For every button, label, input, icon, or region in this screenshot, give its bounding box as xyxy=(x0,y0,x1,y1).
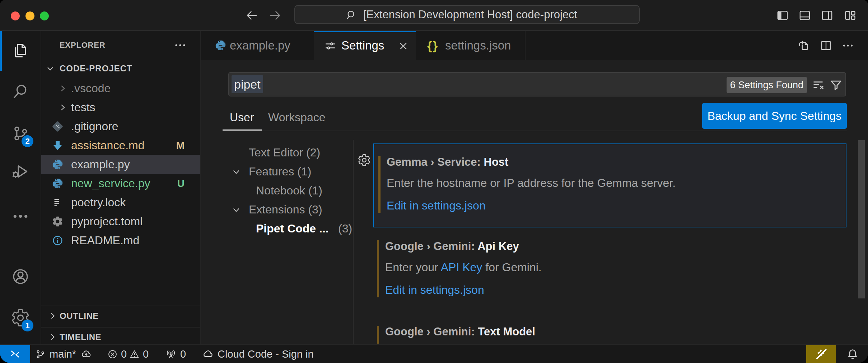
customize-layout-icon[interactable] xyxy=(844,9,857,22)
notifications-bell-icon[interactable] xyxy=(846,348,859,361)
clear-settings-search-icon[interactable] xyxy=(811,78,825,92)
setting-description-text: Enter your xyxy=(385,261,441,274)
settings-scrollbar[interactable] xyxy=(858,140,865,298)
vscode-window: [Extension Development Host] code-projec… xyxy=(0,0,868,363)
navigate-back-button[interactable] xyxy=(245,9,258,22)
api-key-link[interactable]: API Key xyxy=(441,261,482,274)
tree-item-.vscode[interactable]: .vscode xyxy=(41,79,200,98)
close-window-button[interactable] xyxy=(11,11,20,20)
modified-setting-indicator xyxy=(377,326,379,344)
extension-host-warning-item[interactable] xyxy=(806,345,836,363)
edit-setting-gear-icon[interactable] xyxy=(358,154,371,167)
settings-header-divider xyxy=(223,131,847,131)
warning-icon xyxy=(129,349,140,359)
tab-label: example.py xyxy=(230,31,290,60)
explorer-title: EXPLORER xyxy=(60,38,105,52)
tree-item-.gitignore[interactable]: .gitignore xyxy=(41,117,200,136)
tab-user-settings[interactable]: User xyxy=(230,105,254,129)
command-center[interactable]: [Extension Development Host] code-projec… xyxy=(294,5,640,24)
settings-search-input[interactable]: pipet 6 Settings Found xyxy=(228,72,846,96)
chevron-down-icon xyxy=(232,168,241,176)
toc-item-label: Text Editor (2) xyxy=(249,143,320,162)
settings-sliders-icon xyxy=(324,39,337,52)
setting-title: Google › Gemini: Api Key xyxy=(385,239,519,254)
tab-workspace-settings[interactable]: Workspace xyxy=(268,105,325,129)
navigate-forward-button[interactable] xyxy=(269,9,282,22)
toc-item-pipet-code-[interactable]: Pipet Code ...(3) xyxy=(201,219,352,238)
activity-bar: 21 xyxy=(0,31,41,344)
debug-icon xyxy=(10,161,31,182)
edit-in-settings-json-link[interactable]: Edit in settings.json xyxy=(387,198,486,213)
toc-item-extensions-[interactable]: Extensions (3) xyxy=(201,200,352,219)
tree-item-label: tests xyxy=(71,98,95,117)
activity-bar-item-source-control[interactable]: 2 xyxy=(0,116,41,151)
split-editor-icon[interactable] xyxy=(820,39,832,52)
folder-root-row[interactable]: CODE-PROJECT xyxy=(41,59,200,78)
toc-item-text-editor-[interactable]: Text Editor (2) xyxy=(201,143,352,162)
filter-settings-icon[interactable] xyxy=(829,78,843,92)
braces-icon: { } xyxy=(427,31,438,60)
window-title: [Extension Development Host] code-projec… xyxy=(363,6,636,23)
remote-indicator[interactable] xyxy=(0,345,30,363)
setting-name: Text Model xyxy=(478,325,535,338)
explorer-actions-icon[interactable] xyxy=(174,41,186,50)
tree-item-example.py[interactable]: example.py xyxy=(41,155,200,174)
chevron-right-icon xyxy=(48,312,57,320)
toc-item-features-[interactable]: Features (1) xyxy=(201,162,352,181)
activity-bar-item-run-debug[interactable] xyxy=(0,154,41,189)
edit-in-settings-json-link[interactable]: Edit in settings.json xyxy=(385,283,484,297)
tree-item-pyproject.toml[interactable]: pyproject.toml xyxy=(41,212,200,231)
backup-sync-settings-button[interactable]: Backup and Sync Settings xyxy=(702,103,847,129)
tree-item-label: pyproject.toml xyxy=(71,212,143,231)
setting-row-host[interactable]: Gemma › Service: HostEnter the hostname … xyxy=(373,143,846,227)
tree-item-new_service.py[interactable]: new_service.pyU xyxy=(41,174,200,193)
error-icon xyxy=(107,349,118,359)
activity-bar-item-accounts[interactable] xyxy=(0,259,41,294)
open-changes-icon[interactable] xyxy=(798,39,811,52)
modified-setting-indicator xyxy=(378,156,381,213)
warning-count: 0 xyxy=(143,345,149,363)
ellipsis-icon xyxy=(11,207,30,226)
editor-tab-example.py[interactable]: example.py xyxy=(201,31,314,60)
tree-item-tests[interactable]: tests xyxy=(41,98,200,117)
error-count: 0 xyxy=(121,345,127,363)
tree-item-label: poetry.lock xyxy=(71,193,126,212)
setting-row-text-model[interactable]: Google › Gemini: Text Model xyxy=(373,315,846,344)
settings-count-badge: 6 Settings Found xyxy=(727,77,807,93)
activity-bar-item-settings[interactable]: 1 xyxy=(0,300,41,336)
setting-row-api-key[interactable]: Google › Gemini: Api KeyEnter your API K… xyxy=(373,229,846,314)
toc-item-label: Extensions (3) xyxy=(249,200,322,219)
zoom-window-button[interactable] xyxy=(40,11,49,20)
sidebar-section-label: OUTLINE xyxy=(60,306,99,325)
tree-item-label: .vscode xyxy=(71,79,111,98)
chevron-down-icon xyxy=(232,206,241,214)
toc-item-count: (3) xyxy=(338,219,352,238)
sidebar-section-outline[interactable]: OUTLINE xyxy=(41,306,200,325)
setting-description-text: for Gemini. xyxy=(482,261,541,274)
activity-bar-item-explorer[interactable] xyxy=(0,33,41,69)
tree-item-label: example.py xyxy=(71,155,130,174)
tree-item-assistance.md[interactable]: assistance.mdM xyxy=(41,136,200,155)
files-icon xyxy=(11,41,30,60)
sidebar-section-timeline[interactable]: TIMELINE xyxy=(41,327,200,346)
file-icon-python xyxy=(52,159,64,170)
toggle-panel-icon[interactable] xyxy=(798,9,811,22)
activity-bar-item-more[interactable] xyxy=(0,198,41,234)
editor-tab-settings.json[interactable]: { }settings.json xyxy=(416,31,525,60)
branch-label: main* xyxy=(50,345,76,363)
toc-item-notebook-[interactable]: Notebook (1) xyxy=(201,181,352,200)
setting-category: Gemma › Service: xyxy=(387,156,484,168)
tree-item-poetry.lock[interactable]: poetry.lock xyxy=(41,193,200,212)
sidebar-section-label: TIMELINE xyxy=(60,327,101,346)
toggle-secondary-sidebar-icon[interactable] xyxy=(821,9,834,22)
file-icon-git xyxy=(52,121,64,132)
toggle-primary-sidebar-icon[interactable] xyxy=(776,9,789,22)
editor-tab-Settings[interactable]: Settings xyxy=(314,31,416,60)
tree-item-README.md[interactable]: README.md xyxy=(41,231,200,250)
activity-bar-item-search[interactable] xyxy=(0,74,41,109)
editor-more-actions-icon[interactable] xyxy=(841,39,854,52)
close-tab-icon[interactable] xyxy=(397,40,409,52)
title-bar: [Extension Development Host] code-projec… xyxy=(0,0,868,31)
tree-item-label: new_service.py xyxy=(71,174,150,193)
minimize-window-button[interactable] xyxy=(25,11,34,20)
